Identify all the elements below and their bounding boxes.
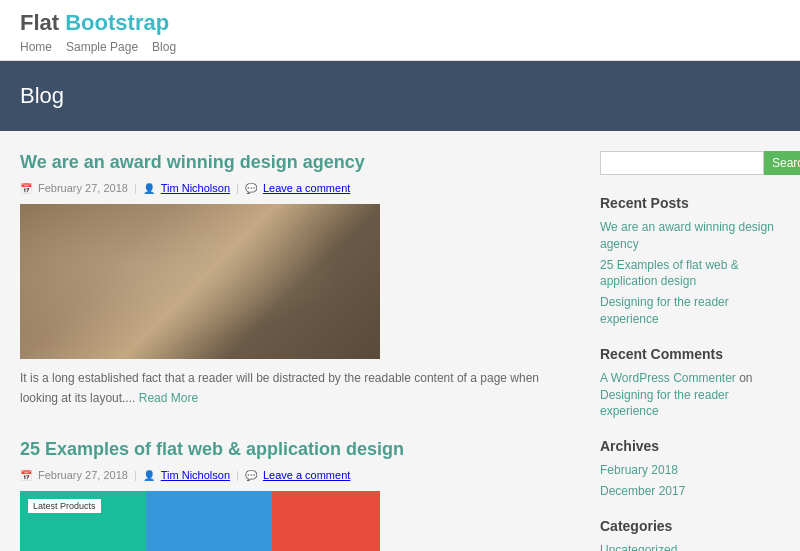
site-title: Flat Bootstrap [20, 10, 780, 36]
list-item: 25 Examples of flat web & application de… [600, 257, 780, 291]
nav-sample-page[interactable]: Sample Page [66, 40, 138, 54]
archives-list: February 2018 December 2017 [600, 462, 780, 500]
list-item: February 2018 [600, 462, 780, 479]
sidebar-recent-comments: Recent Comments A WordPress Commenter on… [600, 346, 780, 420]
hero-section: Blog [0, 61, 800, 131]
post-2-date: February 27, 2018 [38, 469, 128, 481]
nav-home[interactable]: Home [20, 40, 52, 54]
post-1-comment-icon [245, 183, 257, 194]
post-1-comment-link[interactable]: Leave a comment [263, 182, 350, 194]
recent-posts-list: We are an award winning design agency 25… [600, 219, 780, 328]
main-content: We are an award winning design agency Fe… [20, 151, 576, 551]
archive-link-1[interactable]: February 2018 [600, 463, 678, 477]
post-2-author-link[interactable]: Tim Nicholson [161, 469, 230, 481]
sep1: | [134, 182, 137, 194]
post-1-read-more[interactable]: Read More [139, 391, 198, 405]
recent-comment-text: A WordPress Commenter on Designing for t… [600, 370, 780, 420]
hero-title: Blog [20, 83, 780, 109]
post-1: We are an award winning design agency Fe… [20, 151, 576, 408]
list-item: Designing for the reader experience [600, 294, 780, 328]
sidebar: Search Recent Posts We are an award winn… [600, 151, 780, 551]
category-link-1[interactable]: Uncategorized [600, 543, 677, 551]
post-1-excerpt: It is a long established fact that a rea… [20, 369, 576, 407]
recent-post-link-1[interactable]: We are an award winning design agency [600, 220, 774, 251]
post-1-author-icon [143, 183, 155, 194]
post-1-date: February 27, 2018 [38, 182, 128, 194]
list-item: December 2017 [600, 483, 780, 500]
categories-heading: Categories [600, 518, 780, 534]
post-1-date-icon [20, 183, 32, 194]
post-2-date-icon [20, 470, 32, 481]
content-wrapper: We are an award winning design agency Fe… [0, 131, 800, 551]
post-2-author-icon [143, 470, 155, 481]
categories-list: Uncategorized [600, 542, 780, 551]
archives-heading: Archives [600, 438, 780, 454]
main-nav: Home Sample Page Blog [20, 40, 780, 60]
sep4: | [236, 469, 239, 481]
comment-on: on [739, 371, 752, 385]
post-2-title: 25 Examples of flat web & application de… [20, 438, 576, 461]
post-1-title: We are an award winning design agency [20, 151, 576, 174]
post-2-meta: February 27, 2018 | Tim Nicholson | Leav… [20, 469, 576, 481]
list-item: We are an award winning design agency [600, 219, 780, 253]
commenter-link[interactable]: A WordPress Commenter [600, 371, 736, 385]
post-1-title-link[interactable]: We are an award winning design agency [20, 152, 365, 172]
post-1-meta: February 27, 2018 | Tim Nicholson | Leav… [20, 182, 576, 194]
post-2-image [20, 491, 380, 551]
post-2-comment-link[interactable]: Leave a comment [263, 469, 350, 481]
post-2-comment-icon [245, 470, 257, 481]
post-2-title-link[interactable]: 25 Examples of flat web & application de… [20, 439, 404, 459]
list-item: Uncategorized [600, 542, 780, 551]
sep3: | [134, 469, 137, 481]
recent-post-link-2[interactable]: 25 Examples of flat web & application de… [600, 258, 739, 289]
recent-post-link-3[interactable]: Designing for the reader experience [600, 295, 729, 326]
post-1-author-link[interactable]: Tim Nicholson [161, 182, 230, 194]
sidebar-categories: Categories Uncategorized [600, 518, 780, 551]
search-input[interactable] [600, 151, 764, 175]
sidebar-recent-posts: Recent Posts We are an award winning des… [600, 195, 780, 328]
post-1-image [20, 204, 380, 359]
recent-posts-heading: Recent Posts [600, 195, 780, 211]
search-button[interactable]: Search [764, 151, 800, 175]
sidebar-archives: Archives February 2018 December 2017 [600, 438, 780, 500]
site-header: Flat Bootstrap Home Sample Page Blog [0, 0, 800, 61]
commented-post-link[interactable]: Designing for the reader experience [600, 388, 729, 419]
sep2: | [236, 182, 239, 194]
nav-blog[interactable]: Blog [152, 40, 176, 54]
post-2: 25 Examples of flat web & application de… [20, 438, 576, 551]
sidebar-search: Search [600, 151, 780, 175]
recent-comments-heading: Recent Comments [600, 346, 780, 362]
archive-link-2[interactable]: December 2017 [600, 484, 685, 498]
